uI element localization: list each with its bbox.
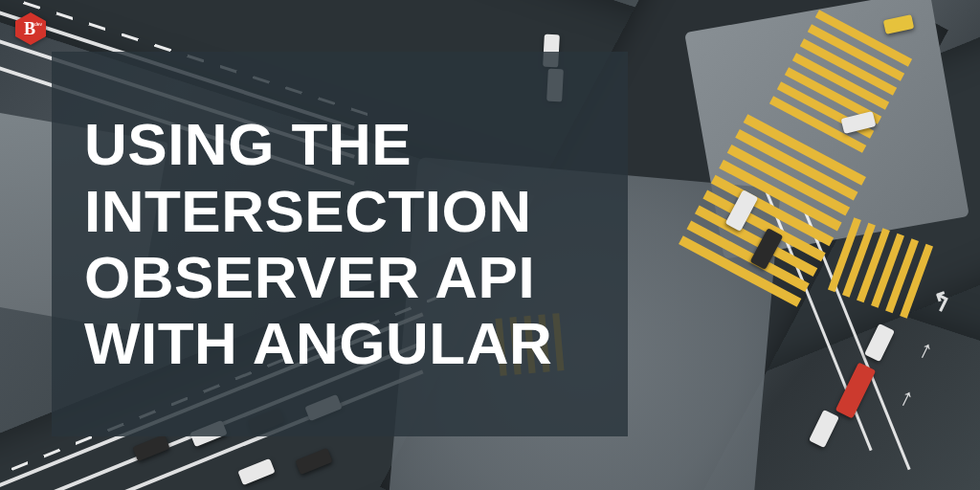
title-line: USING THE bbox=[84, 111, 412, 177]
vehicle bbox=[809, 410, 839, 448]
article-title: USING THE INTERSECTION OBSERVER API WITH… bbox=[84, 111, 552, 377]
title-overlay-panel: USING THE INTERSECTION OBSERVER API WITH… bbox=[52, 52, 628, 436]
road-arrow-icon: ↑ bbox=[895, 382, 919, 414]
vehicle-truck bbox=[835, 362, 877, 418]
brand-logo: B dev bbox=[13, 11, 48, 46]
title-line: INTERSECTION bbox=[84, 178, 532, 244]
title-line: OBSERVER API bbox=[84, 244, 535, 310]
title-line: WITH ANGULAR bbox=[84, 310, 552, 376]
logo-suffix: dev bbox=[34, 21, 43, 27]
road-arrow-icon: ↑ bbox=[914, 334, 938, 367]
